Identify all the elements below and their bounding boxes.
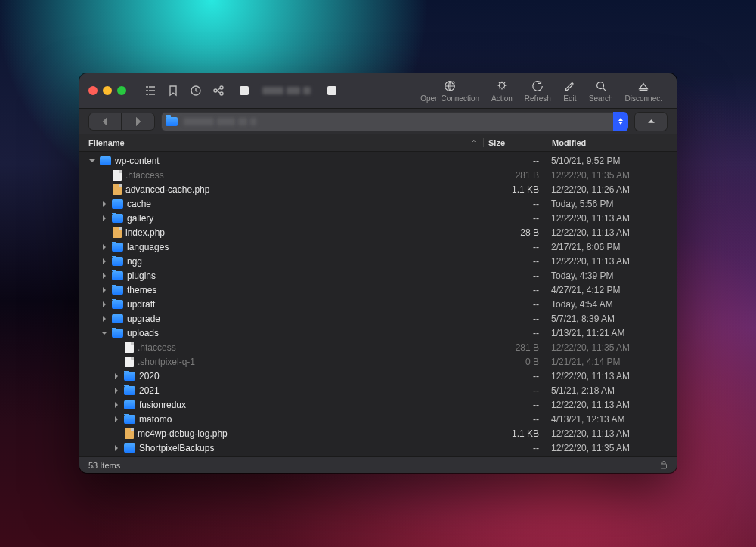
disclosure-triangle-icon[interactable] — [101, 286, 108, 294]
file-name-label: matomo — [139, 414, 172, 425]
file-modified-label: 2/17/21, 8:06 PM — [547, 242, 668, 252]
file-row[interactable]: ShortpixelBackups--12/22/20, 11:35 AM — [79, 440, 677, 455]
folder-icon — [112, 257, 123, 266]
file-modified-label: 1/21/21, 4:14 PM — [547, 357, 668, 367]
nav-back-button[interactable] — [88, 113, 122, 131]
disclosure-triangle-icon[interactable] — [101, 200, 108, 208]
search-button[interactable]: Search — [584, 79, 618, 103]
php-file-icon — [113, 227, 122, 238]
up-directory-button[interactable] — [634, 112, 668, 131]
file-row[interactable]: advanced-cache.php1.1 KB12/22/20, 11:26 … — [79, 182, 677, 196]
path-bar[interactable] — [161, 112, 628, 131]
open-connection-button[interactable]: Open Connection — [415, 79, 485, 103]
disclosure-triangle-icon[interactable] — [101, 301, 108, 308]
minimize-window-button[interactable] — [103, 86, 112, 95]
file-row[interactable]: upgrade--5/7/21, 8:39 AM — [79, 311, 677, 326]
disclosure-triangle-icon[interactable] — [101, 329, 108, 337]
file-row[interactable]: mc4wp-debug-log.php1.1 KB12/22/20, 11:13… — [79, 426, 677, 440]
status-items-count: 53 Items — [88, 461, 120, 470]
file-size-label: 0 B — [483, 357, 547, 367]
file-modified-label: 12/22/20, 11:13 AM — [547, 371, 668, 382]
bonjour-icon[interactable] — [208, 82, 229, 100]
bookmarks-icon[interactable] — [163, 82, 184, 100]
file-modified-label: 1/13/21, 11:21 AM — [547, 328, 668, 338]
lock-icon — [660, 460, 668, 471]
file-row[interactable]: themes--4/27/21, 4:12 PM — [79, 283, 677, 297]
file-name-label: .shortpixel-q-1 — [138, 357, 195, 367]
file-row[interactable]: 2021--5/1/21, 2:18 AM — [79, 383, 677, 397]
refresh-button[interactable]: Refresh — [519, 79, 556, 103]
disconnect-button[interactable]: Disconnect — [620, 79, 668, 103]
file-name-label: .htaccess — [138, 342, 176, 353]
file-row[interactable]: matomo--4/13/21, 12:13 AM — [79, 412, 677, 426]
tab-chip[interactable] — [240, 86, 249, 95]
window-controls — [88, 86, 126, 95]
file-row[interactable]: fusionredux--12/22/20, 11:13 AM — [79, 397, 677, 412]
file-modified-label: 12/22/20, 11:13 AM — [547, 227, 668, 238]
file-size-label: 281 B — [483, 170, 547, 181]
svg-rect-8 — [662, 464, 667, 468]
file-row[interactable]: plugins--Today, 4:39 PM — [79, 268, 677, 283]
nav-forward-button[interactable] — [122, 113, 155, 131]
file-name-label: gallery — [127, 213, 153, 224]
file-size-label: -- — [483, 328, 547, 338]
file-row[interactable]: index.php28 B12/22/20, 11:13 AM — [79, 225, 677, 240]
file-name-label: upgrade — [127, 314, 160, 324]
disclosure-triangle-icon[interactable] — [101, 243, 108, 251]
column-size[interactable]: Size — [483, 138, 547, 147]
disclosure-triangle-icon[interactable] — [113, 416, 120, 423]
file-row[interactable]: 2020--12/22/20, 11:13 AM — [79, 369, 677, 383]
tab-chip-2[interactable] — [327, 86, 336, 95]
tab-group — [240, 86, 249, 95]
disclosure-triangle-icon[interactable] — [113, 387, 120, 394]
action-label: Action — [491, 94, 513, 103]
disclosure-triangle-icon[interactable] — [101, 272, 108, 280]
disclosure-triangle-icon[interactable] — [113, 372, 120, 380]
view-mode-group — [140, 82, 229, 100]
disclosure-triangle-icon[interactable] — [88, 157, 96, 165]
file-row[interactable]: gallery--12/22/20, 11:13 AM — [79, 211, 677, 225]
zoom-window-button[interactable] — [117, 86, 126, 95]
history-icon[interactable] — [185, 82, 206, 100]
file-row[interactable]: .htaccess281 B12/22/20, 11:35 AM — [79, 168, 677, 182]
edit-button[interactable]: Edit — [558, 79, 582, 103]
folder-icon — [166, 117, 178, 126]
file-list: wp-content--5/10/21, 9:52 PM.htaccess281… — [79, 152, 677, 456]
file-size-label: -- — [483, 371, 547, 382]
column-filename[interactable]: Filename ⌃ — [88, 138, 483, 147]
folder-icon — [112, 286, 123, 295]
file-row[interactable]: languages--2/17/21, 8:06 PM — [79, 240, 677, 254]
navigation-bar — [79, 108, 677, 134]
file-row[interactable]: .htaccess281 B12/22/20, 11:35 AM — [79, 340, 677, 354]
file-size-label: -- — [483, 400, 547, 410]
path-dropdown-toggle[interactable] — [613, 112, 628, 131]
file-name-label: index.php — [125, 227, 165, 238]
folder-icon — [112, 329, 123, 338]
disclosure-triangle-icon[interactable] — [101, 315, 108, 323]
file-row[interactable]: wp-content--5/10/21, 9:52 PM — [79, 153, 677, 168]
file-row[interactable]: .shortpixel-q-10 B1/21/21, 4:14 PM — [79, 354, 677, 369]
file-size-label: 1.1 KB — [483, 184, 547, 195]
column-modified[interactable]: Modified — [547, 138, 668, 147]
disclosure-triangle-icon[interactable] — [101, 258, 108, 265]
disclosure-triangle-icon[interactable] — [101, 215, 108, 222]
svg-point-3 — [220, 92, 223, 95]
folder-icon — [112, 214, 123, 223]
file-name-label: 2021 — [139, 385, 160, 396]
folder-icon — [112, 199, 123, 209]
action-menu-button[interactable]: Action — [486, 79, 518, 103]
close-window-button[interactable] — [88, 86, 98, 95]
file-name-label: mc4wp-debug-log.php — [138, 428, 228, 439]
svg-point-6 — [499, 82, 504, 88]
file-row[interactable]: uploads--1/13/21, 11:21 AM — [79, 326, 677, 340]
php-file-icon — [113, 184, 122, 195]
disclosure-triangle-icon[interactable] — [113, 401, 120, 409]
file-modified-label: 5/10/21, 9:52 PM — [547, 156, 668, 166]
file-row[interactable]: cache--Today, 5:56 PM — [79, 196, 677, 211]
file-size-label: -- — [483, 199, 547, 209]
outline-view-icon[interactable] — [140, 82, 161, 100]
disclosure-triangle-icon[interactable] — [113, 444, 120, 452]
file-row[interactable]: ngg--12/22/20, 11:13 AM — [79, 254, 677, 268]
file-row[interactable]: updraft--Today, 4:54 AM — [79, 297, 677, 311]
file-size-label: -- — [483, 213, 547, 224]
